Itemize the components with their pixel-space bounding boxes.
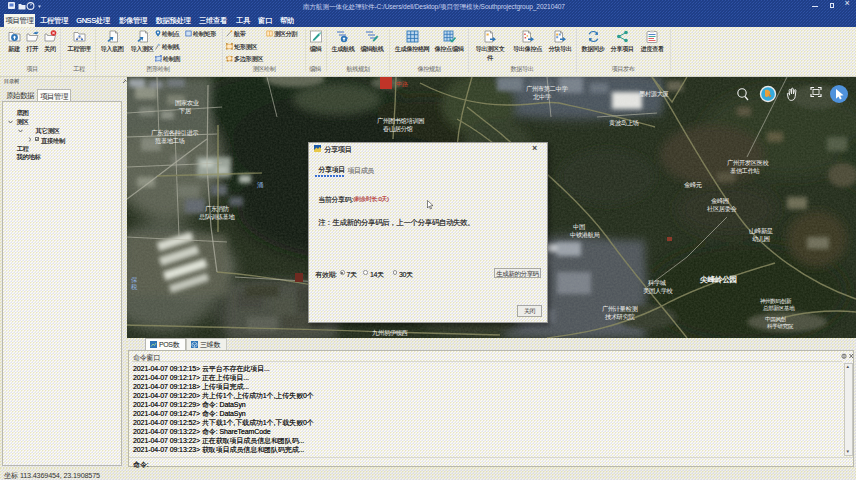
svg-text:春山居分馆: 春山居分馆 [383,125,414,133]
svg-text:广州市第二中学: 广州市第二中学 [526,85,568,92]
svg-text:尖峰岭公园: 尖峰岭公园 [699,275,737,284]
svg-text:中路: 中路 [396,81,408,88]
svg-text:广州图书馆培训园: 广州图书馆培训园 [377,117,424,125]
svg-text:科学研究院: 科学研究院 [767,323,794,330]
svg-text:税: 税 [131,283,138,291]
svg-text:广州开发区医校: 广州开发区医校 [727,159,769,166]
svg-text:总部新区基地: 总部新区基地 [762,305,795,312]
svg-text:科学城: 科学城 [648,279,667,286]
svg-text:国家农业: 国家农业 [175,99,200,107]
svg-text:技术研究院: 技术研究院 [604,313,636,321]
svg-text:金峰园: 金峰园 [711,197,729,205]
svg-text:中铁港航局: 中铁港航局 [570,231,600,239]
svg-text:总队训练基地: 总队训练基地 [198,213,235,220]
svg-text:涌: 涌 [257,181,264,189]
svg-text:保: 保 [131,276,138,283]
svg-text:墨村源大厦: 墨村源大厦 [639,90,669,98]
svg-text:广东消防: 广东消防 [205,205,230,213]
svg-text:神州数码创新: 神州数码创新 [760,298,792,304]
svg-text:下居: 下居 [178,107,192,114]
svg-text:广州计量检测: 广州计量检测 [602,305,637,313]
svg-text:广东省各种引进示: 广东省各种引进示 [151,129,199,137]
svg-text:基信工作站: 基信工作站 [730,167,761,175]
svg-text:九州易伊顿西: 九州易伊顿西 [372,329,408,337]
svg-text:范基地工场: 范基地工场 [155,137,185,145]
svg-text:山峰新星: 山峰新星 [749,227,773,234]
svg-text:中国: 中国 [573,223,585,231]
svg-text:金峰元: 金峰元 [684,181,702,188]
svg-text:中国风创: 中国风创 [765,316,786,323]
svg-text:社区居委会: 社区居委会 [707,205,738,213]
svg-text:北中学: 北中学 [533,93,552,101]
svg-text:幼儿园: 幼儿园 [752,235,770,243]
svg-text:黄波岛上场: 黄波岛上场 [609,119,639,127]
svg-text:美国人学校: 美国人学校 [643,287,674,295]
